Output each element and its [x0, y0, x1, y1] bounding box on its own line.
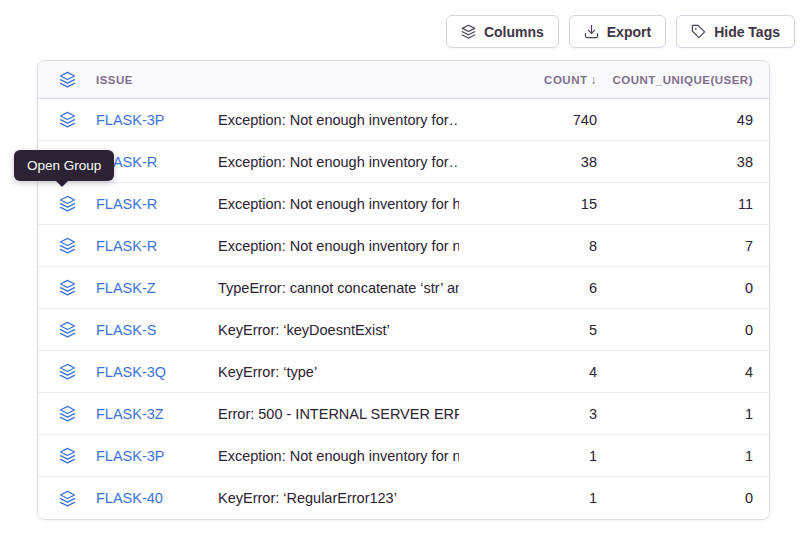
- count-value: 740: [459, 112, 599, 128]
- issue-link[interactable]: FLASK-3P: [96, 448, 218, 464]
- count-unique-value: 1: [599, 448, 769, 464]
- download-icon: [584, 24, 599, 39]
- column-header-count[interactable]: COUNT↓: [459, 73, 599, 87]
- issue-title: Exception: Not enough inventory for n…: [218, 238, 459, 254]
- table-row[interactable]: FLASK-S KeyError: ‘keyDoesntExist’ 5 0: [38, 309, 769, 351]
- count-value: 1: [459, 490, 599, 506]
- group-icon[interactable]: [59, 237, 76, 254]
- count-value: 38: [459, 154, 599, 170]
- issue-title: Exception: Not enough inventory for…: [218, 154, 459, 170]
- sort-descending-icon: ↓: [591, 73, 598, 87]
- table-row[interactable]: FLASK-40 KeyError: ‘RegularError123’ 1 0: [38, 477, 769, 519]
- column-header-issue: ISSUE: [96, 74, 218, 86]
- table-row[interactable]: FLASK-R Exception: Not enough inventory …: [38, 225, 769, 267]
- group-icon[interactable]: [59, 447, 76, 464]
- count-value: 4: [459, 364, 599, 380]
- count-value: 6: [459, 280, 599, 296]
- columns-layers-icon: [461, 24, 476, 39]
- table-row[interactable]: FLASK-3Z Error: 500 - INTERNAL SERVER ER…: [38, 393, 769, 435]
- issue-title: KeyError: ‘keyDoesntExist’: [218, 322, 459, 338]
- issue-link[interactable]: FLASK-3Z: [96, 406, 218, 422]
- table-row[interactable]: FLASK-R Exception: Not enough inventory …: [38, 141, 769, 183]
- toolbar: Columns Export Hide Tags: [446, 15, 795, 48]
- count-value: 3: [459, 406, 599, 422]
- issue-link[interactable]: FLASK-3P: [96, 112, 218, 128]
- count-unique-value: 0: [599, 280, 769, 296]
- group-icon[interactable]: [59, 321, 76, 338]
- export-button[interactable]: Export: [569, 15, 666, 48]
- hide-tags-button-label: Hide Tags: [714, 24, 780, 40]
- header-icon-cell: [38, 71, 96, 88]
- issue-link[interactable]: FLASK-R: [96, 154, 218, 170]
- count-unique-value: 0: [599, 490, 769, 506]
- layers-icon: [59, 71, 76, 88]
- count-value: 8: [459, 238, 599, 254]
- count-unique-value: 4: [599, 364, 769, 380]
- issue-link[interactable]: FLASK-R: [96, 196, 218, 212]
- issue-title: Exception: Not enough inventory for h…: [218, 196, 459, 212]
- group-icon[interactable]: [59, 490, 76, 507]
- issue-link[interactable]: FLASK-40: [96, 490, 218, 506]
- group-icon[interactable]: [59, 405, 76, 422]
- tag-icon: [691, 24, 706, 39]
- issue-title: KeyError: ‘RegularError123’: [218, 490, 459, 506]
- issue-title: Exception: Not enough inventory for…: [218, 112, 459, 128]
- columns-button[interactable]: Columns: [446, 15, 559, 48]
- issue-link[interactable]: FLASK-R: [96, 238, 218, 254]
- columns-button-label: Columns: [484, 24, 544, 40]
- open-group-tooltip: Open Group: [14, 150, 114, 181]
- table-row[interactable]: FLASK-3Q KeyError: ‘type’ 4 4: [38, 351, 769, 393]
- issue-title: Error: 500 - INTERNAL SERVER ERROR: [218, 406, 459, 422]
- count-value: 5: [459, 322, 599, 338]
- issue-title: Exception: Not enough inventory for n…: [218, 448, 459, 464]
- count-unique-value: 1: [599, 406, 769, 422]
- count-unique-value: 0: [599, 322, 769, 338]
- group-icon[interactable]: [59, 195, 76, 212]
- count-unique-value: 11: [599, 196, 769, 212]
- count-value: 15: [459, 196, 599, 212]
- table-row[interactable]: FLASK-R Exception: Not enough inventory …: [38, 183, 769, 225]
- issue-link[interactable]: FLASK-S: [96, 322, 218, 338]
- count-value: 1: [459, 448, 599, 464]
- issue-link[interactable]: FLASK-3Q: [96, 364, 218, 380]
- issue-title: TypeError: cannot concatenate ‘str’ an…: [218, 280, 459, 296]
- count-unique-value: 49: [599, 112, 769, 128]
- column-header-count-unique[interactable]: COUNT_UNIQUE(USER): [599, 74, 769, 86]
- hide-tags-button[interactable]: Hide Tags: [676, 15, 795, 48]
- issues-table: ISSUE COUNT↓ COUNT_UNIQUE(USER) FLASK-3P…: [37, 60, 770, 520]
- table-row[interactable]: FLASK-3P Exception: Not enough inventory…: [38, 99, 769, 141]
- issue-link[interactable]: FLASK-Z: [96, 280, 218, 296]
- export-button-label: Export: [607, 24, 651, 40]
- count-unique-value: 38: [599, 154, 769, 170]
- group-icon[interactable]: [59, 279, 76, 296]
- tooltip-label: Open Group: [27, 158, 101, 173]
- group-icon[interactable]: [59, 111, 76, 128]
- group-icon[interactable]: [59, 363, 76, 380]
- issue-title: KeyError: ‘type’: [218, 364, 459, 380]
- table-header-row: ISSUE COUNT↓ COUNT_UNIQUE(USER): [38, 61, 769, 99]
- table-row[interactable]: FLASK-Z TypeError: cannot concatenate ‘s…: [38, 267, 769, 309]
- table-row[interactable]: FLASK-3P Exception: Not enough inventory…: [38, 435, 769, 477]
- count-unique-value: 7: [599, 238, 769, 254]
